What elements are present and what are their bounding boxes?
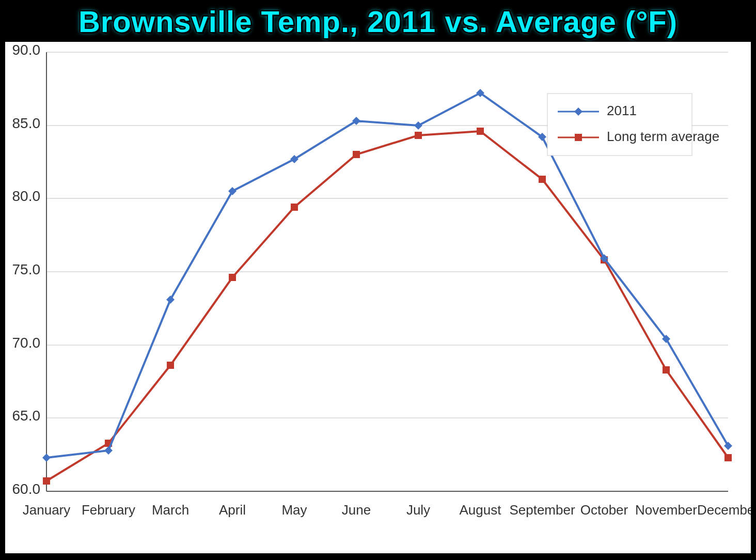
y-label-80: 80.0: [12, 188, 41, 204]
x-label-jul: July: [406, 502, 430, 518]
avg-point-apr: [229, 274, 236, 281]
x-label-apr: April: [219, 502, 246, 518]
avg-point-nov: [663, 366, 670, 374]
avg-point-mar: [167, 362, 174, 369]
y-label-65: 65.0: [12, 408, 41, 424]
x-label-feb: February: [82, 502, 135, 518]
x-label-jun: June: [342, 502, 371, 518]
chart-title: Brownsville Temp., 2011 vs. Average (°F): [78, 5, 678, 38]
avg-point-aug: [477, 128, 484, 135]
x-label-jan: January: [23, 502, 71, 518]
chart-area: 90.0 85.0 80.0 75.0 70.0 65.0 60.0 Janua…: [5, 42, 751, 553]
x-label-oct: October: [580, 502, 628, 518]
x-label-aug: August: [460, 502, 502, 518]
x-label-mar: March: [152, 502, 189, 518]
legend-avg-label: Long term average: [607, 129, 719, 144]
legend-avg-square: [575, 134, 582, 141]
chart-container: Brownsville Temp., 2011 vs. Average (°F): [0, 0, 756, 560]
avg-point-jun: [353, 151, 360, 158]
avg-point-jul: [415, 132, 422, 139]
y-label-75: 75.0: [12, 261, 41, 277]
y-label-70: 70.0: [12, 335, 41, 351]
avg-point-may: [291, 204, 298, 211]
y-label-90: 90.0: [12, 42, 41, 58]
avg-point-sep: [539, 176, 546, 183]
y-label-60: 60.0: [12, 481, 41, 497]
x-label-sep: September: [509, 502, 575, 518]
x-label-nov: November: [635, 502, 697, 518]
title-bar: Brownsville Temp., 2011 vs. Average (°F): [0, 0, 756, 42]
avg-point-dec: [724, 454, 732, 461]
legend-2011-label: 2011: [607, 103, 637, 118]
y-label-85: 85.0: [12, 115, 41, 131]
x-label-may: May: [281, 502, 307, 518]
x-label-dec: December: [697, 502, 751, 518]
avg-point-jan: [43, 477, 50, 485]
